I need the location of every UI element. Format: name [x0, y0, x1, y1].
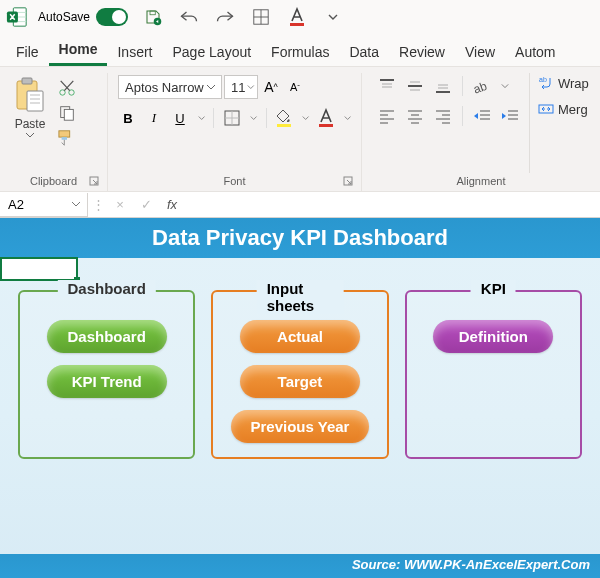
divider: [266, 108, 267, 128]
formula-input[interactable]: [187, 193, 600, 217]
ribbon: Paste Clipboard Aptos Narrow 11 A^ Aˇ B …: [0, 66, 600, 192]
font-name-select[interactable]: Aptos Narrow: [118, 75, 222, 99]
align-right-icon[interactable]: [432, 105, 454, 127]
chevron-down-icon[interactable]: [322, 6, 344, 28]
orientation-icon[interactable]: ab: [471, 75, 493, 97]
tab-home[interactable]: Home: [49, 35, 108, 66]
decrease-indent-icon[interactable]: [471, 105, 493, 127]
tab-formulas[interactable]: Formulas: [261, 38, 339, 66]
tab-view[interactable]: View: [455, 38, 505, 66]
merge-button[interactable]: Merg: [538, 101, 589, 117]
divider: [462, 106, 463, 126]
increase-font-icon[interactable]: A^: [260, 76, 282, 98]
align-middle-icon[interactable]: [404, 75, 426, 97]
align-left-icon[interactable]: [376, 105, 398, 127]
group-label-clipboard: Clipboard: [6, 173, 101, 191]
nav-target-button[interactable]: Target: [240, 365, 360, 398]
cut-icon[interactable]: [56, 77, 78, 99]
group-label-alignment: Alignment: [368, 173, 594, 191]
align-top-icon[interactable]: [376, 75, 398, 97]
copy-icon[interactable]: [56, 102, 78, 124]
chevron-down-icon[interactable]: [25, 131, 35, 139]
formula-bar: A2 ⋮ × ✓ fx: [0, 192, 600, 218]
font-color-button-icon[interactable]: [316, 107, 336, 129]
active-cell[interactable]: [0, 257, 78, 281]
nav-actual-button[interactable]: Actual: [240, 320, 360, 353]
dashboard-boards: Dashboard Dashboard KPI Trend Input shee…: [0, 290, 600, 459]
nav-previous-year-button[interactable]: Previous Year: [231, 410, 370, 443]
fx-icon[interactable]: fx: [161, 194, 183, 216]
title-bar: AutoSave: [0, 0, 600, 34]
nav-kpi-trend-button[interactable]: KPI Trend: [47, 365, 167, 398]
dashboard-banner: Data Privacy KPI Dashboard: [0, 218, 600, 258]
bold-button[interactable]: B: [118, 107, 138, 129]
cancel-icon[interactable]: ×: [109, 194, 131, 216]
dialog-launcher-icon[interactable]: [89, 176, 99, 188]
worksheet-area[interactable]: Data Privacy KPI Dashboard Dashboard Das…: [0, 218, 600, 578]
svg-rect-20: [64, 109, 73, 120]
svg-rect-59: [539, 105, 553, 113]
italic-button[interactable]: I: [144, 107, 164, 129]
svg-rect-13: [27, 91, 43, 111]
svg-rect-21: [59, 131, 70, 137]
board-title: KPI: [471, 280, 516, 297]
nav-definition-button[interactable]: Definition: [433, 320, 553, 353]
decrease-font-icon[interactable]: Aˇ: [284, 76, 306, 98]
redo-icon[interactable]: [214, 6, 236, 28]
quick-access-toolbar: [142, 6, 344, 28]
autosave-label: AutoSave: [38, 10, 90, 24]
dialog-launcher-icon[interactable]: [343, 176, 353, 188]
group-clipboard: Paste Clipboard: [0, 73, 108, 191]
align-bottom-icon[interactable]: [432, 75, 454, 97]
tab-data[interactable]: Data: [339, 38, 389, 66]
ribbon-tabs: File Home Insert Page Layout Formulas Da…: [0, 34, 600, 66]
align-center-icon[interactable]: [404, 105, 426, 127]
fill-color-icon[interactable]: [274, 107, 294, 129]
svg-rect-12: [22, 78, 32, 84]
save-icon[interactable]: [142, 6, 164, 28]
svg-text:ab: ab: [539, 76, 547, 83]
format-painter-icon[interactable]: [56, 127, 78, 149]
divider: [462, 76, 463, 96]
board-input-sheets: Input sheets Actual Target Previous Year: [211, 290, 388, 459]
wrap-text-button[interactable]: abWrap: [538, 75, 589, 91]
tab-review[interactable]: Review: [389, 38, 455, 66]
tab-page-layout[interactable]: Page Layout: [162, 38, 261, 66]
enter-icon[interactable]: ✓: [135, 194, 157, 216]
underline-button[interactable]: U: [170, 107, 190, 129]
borders-button-icon[interactable]: [222, 107, 242, 129]
tab-insert[interactable]: Insert: [107, 38, 162, 66]
board-dashboard: Dashboard Dashboard KPI Trend: [18, 290, 195, 459]
group-font: Aptos Narrow 11 A^ Aˇ B I U Font: [108, 73, 362, 191]
divider: [213, 108, 214, 128]
svg-rect-5: [150, 11, 155, 15]
nav-dashboard-button[interactable]: Dashboard: [47, 320, 167, 353]
autosave: AutoSave: [38, 8, 128, 26]
borders-icon[interactable]: [250, 6, 272, 28]
group-label-font: Font: [114, 173, 355, 191]
board-kpi: KPI Definition: [405, 290, 582, 459]
increase-indent-icon[interactable]: [499, 105, 521, 127]
svg-rect-28: [319, 124, 333, 127]
tab-automate[interactable]: Autom: [505, 38, 565, 66]
undo-icon[interactable]: [178, 6, 200, 28]
autosave-toggle[interactable]: [96, 8, 128, 26]
font-color-icon[interactable]: [286, 6, 308, 28]
source-footer: Source: WWW.PK-AnExcelExpert.Com: [0, 554, 600, 578]
group-alignment: ab abWrap Merg Alignment: [362, 73, 600, 191]
board-title: Dashboard: [57, 280, 155, 297]
paste-label[interactable]: Paste: [15, 117, 46, 131]
svg-rect-10: [290, 23, 304, 26]
board-title: Input sheets: [257, 280, 344, 314]
name-box[interactable]: A2: [0, 193, 88, 217]
font-size-select[interactable]: 11: [224, 75, 258, 99]
tab-file[interactable]: File: [6, 38, 49, 66]
svg-text:ab: ab: [473, 79, 489, 94]
paste-icon[interactable]: [13, 75, 47, 115]
excel-app-icon: [6, 6, 28, 28]
svg-rect-22: [62, 137, 67, 140]
dashboard-title: Data Privacy KPI Dashboard: [152, 225, 448, 251]
svg-rect-27: [277, 124, 291, 127]
